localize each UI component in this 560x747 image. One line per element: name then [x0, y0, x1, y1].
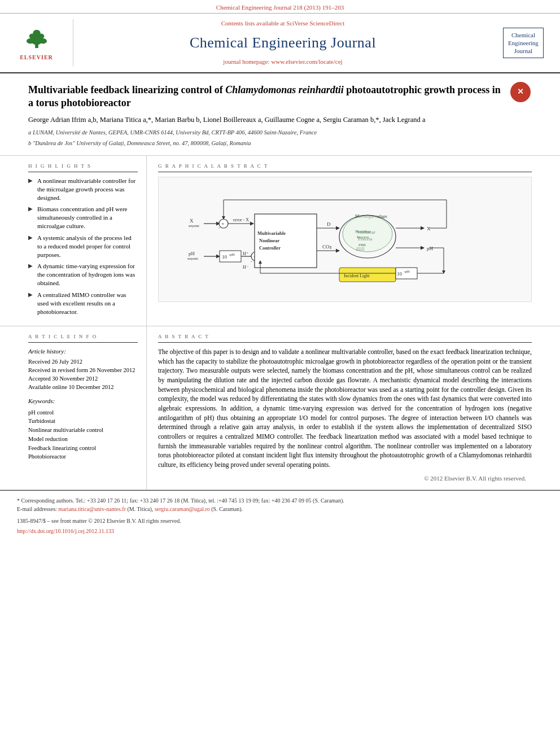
keywords-section: Keywords: pH control Turbidostat Nonline…: [28, 397, 138, 461]
svg-text:Multivariable: Multivariable: [257, 230, 286, 236]
list-item: ▶ A systemic analysis of the process led…: [28, 234, 138, 259]
elsevier-tree-icon: [20, 28, 54, 49]
svg-text:pH: pH: [427, 246, 434, 251]
list-item: ▶ Biomass concentration and pH were simu…: [28, 205, 138, 230]
svg-text:10: 10: [397, 271, 403, 277]
article-info-abstract-section: A R T I C L E I N F O Article history: R…: [0, 326, 560, 490]
svg-text:PBR: PBR: [358, 243, 366, 247]
crossmark-icon: ✕: [510, 82, 531, 102]
svg-text:setpoint: setpoint: [187, 257, 198, 260]
article-history: Article history: Received 26 July 2012 R…: [28, 347, 138, 391]
graphical-abstract-col: G R A P H I C A L A B S T R A C T X setp…: [147, 156, 549, 326]
svg-text:Controller: Controller: [259, 245, 281, 251]
list-item: ▶ A dynamic time-varying expression for …: [28, 262, 138, 287]
affiliation-b: b "Dunărea de Jos" University of Galați,…: [28, 139, 532, 148]
journal-homepage: journal homepage: www.elsevier.com/locat…: [85, 58, 481, 66]
article-info-heading: A R T I C L E I N F O: [28, 333, 138, 343]
abstract-heading: A B S T R A C T: [158, 333, 532, 343]
arrow-icon: ▶: [28, 262, 35, 287]
journal-logo-right: ChemicalEngineeringJournal: [492, 19, 549, 66]
keyword: Photobioreactor: [28, 452, 138, 461]
graphical-abstract-heading: G R A P H I C A L A B S T R A C T: [158, 163, 532, 172]
svg-point-6: [33, 30, 40, 36]
keyword: pH control: [28, 408, 138, 417]
accepted-date: Accepted 30 November 2012: [28, 375, 138, 383]
received-date: Received 26 July 2012: [28, 358, 138, 366]
svg-text:setpoint: setpoint: [189, 224, 199, 228]
arrow-icon: ▶: [28, 291, 35, 316]
svg-text:D: D: [327, 221, 331, 227]
keyword: Model reduction: [28, 435, 138, 444]
svg-text:X: X: [190, 218, 194, 224]
highlights-graphical-section: H I G H L I G H T S ▶ A nonlinear multiv…: [0, 156, 560, 326]
svg-text:+: +: [221, 221, 225, 227]
highlights-heading: H I G H L I G H T S: [28, 163, 138, 172]
authors: George Adrian Ifrim a,b, Mariana Titica …: [28, 115, 532, 125]
arrow-icon: ▶: [28, 177, 35, 202]
svg-text:H⁺: H⁺: [243, 251, 248, 256]
elsevier-wordmark: ELSEVIER: [20, 54, 53, 62]
abstract-col: A B S T R A C T The objective of this pa…: [147, 326, 549, 490]
journal-header-center: Contents lists available at SciVerse Sci…: [73, 19, 492, 66]
sciverse-link: Contents lists available at SciVerse Sci…: [85, 19, 481, 28]
footer: * Corresponding authors. Tel.: +33 240 1…: [0, 490, 560, 541]
svg-text:-: -: [251, 259, 252, 264]
svg-text:-: -: [218, 225, 220, 230]
affiliation-a: a LUNAM, Université de Nantes, GEPEA, UM…: [28, 129, 532, 137]
article-title-section: ✕ Multivariable feedback linearizing con…: [0, 73, 560, 156]
svg-text:error - X: error - X: [233, 217, 249, 222]
svg-point-3: [39, 38, 46, 44]
keyword: Turbidostat: [28, 417, 138, 426]
control-diagram-svg: X setpoint + error - X pH setpoint 10 -p…: [164, 183, 526, 296]
svg-text:10: 10: [222, 254, 228, 260]
svg-text:Nonlinear: Nonlinear: [259, 238, 280, 243]
svg-text:X: X: [427, 226, 431, 231]
svg-text:Incident Light: Incident Light: [344, 273, 370, 278]
journal-side-label: ChemicalEngineeringJournal: [503, 28, 544, 59]
svg-text:-pH: -pH: [404, 269, 410, 274]
available-date: Available online 10 December 2012: [28, 383, 138, 392]
crossmark-badge: ✕: [509, 81, 532, 103]
arrow-icon: ▶: [28, 234, 35, 259]
elsevier-logo-area: ELSEVIER: [6, 19, 73, 66]
email-note: E-mail addresses: mariana.titica@univ-na…: [17, 505, 543, 513]
issn-note: 1385-8947/$ – see front matter © 2012 El…: [17, 517, 543, 525]
article-title: Multivariable feedback linearizing contr…: [28, 84, 532, 110]
list-item: ▶ A centralized MIMO controller was used…: [28, 291, 138, 316]
highlights-list: ▶ A nonlinear multivariable controller f…: [28, 177, 138, 316]
highlights-col: H I G H L I G H T S ▶ A nonlinear multiv…: [11, 156, 147, 326]
svg-text:H⁻: H⁻: [243, 265, 248, 270]
svg-text:Process: Process: [357, 235, 369, 239]
svg-text:-pH: -pH: [229, 252, 235, 257]
copyright: © 2012 Elsevier B.V. All rights reserved…: [158, 474, 532, 483]
corresponding-author-note: * Corresponding authors. Tel.: +33 240 1…: [17, 496, 543, 505]
journal-reference: Chemical Engineering Journal 218 (2013) …: [0, 0, 560, 14]
svg-text:pH: pH: [189, 251, 195, 256]
abstract-text: The objective of this paper is to design…: [158, 347, 532, 470]
keyword: Feedback linearizing control: [28, 444, 138, 453]
arrow-icon: ▶: [28, 205, 35, 230]
journal-header: ELSEVIER Contents lists available at Sci…: [0, 14, 560, 73]
list-item: ▶ A nonlinear multivariable controller f…: [28, 177, 138, 202]
svg-text:Nonlinear: Nonlinear: [355, 229, 371, 234]
keywords-title: Keywords:: [28, 397, 138, 405]
article-info-col: A R T I C L E I N F O Article history: R…: [11, 326, 147, 490]
svg-point-2: [26, 38, 33, 44]
article-history-title: Article history:: [28, 347, 138, 356]
keyword: Nonlinear multivariable control: [28, 426, 138, 435]
revised-date: Received in revised form 26 November 201…: [28, 366, 138, 375]
journal-title: Chemical Engineering Journal: [85, 33, 481, 53]
elsevier-logo: [14, 24, 59, 53]
svg-text:CO₂: CO₂: [322, 244, 332, 250]
graphical-abstract-diagram: X setpoint + error - X pH setpoint 10 -p…: [158, 177, 532, 302]
doi-link[interactable]: http://dx.doi.org/10.1016/j.cej.2012.11.…: [17, 527, 543, 535]
svg-point-60: [343, 216, 392, 252]
